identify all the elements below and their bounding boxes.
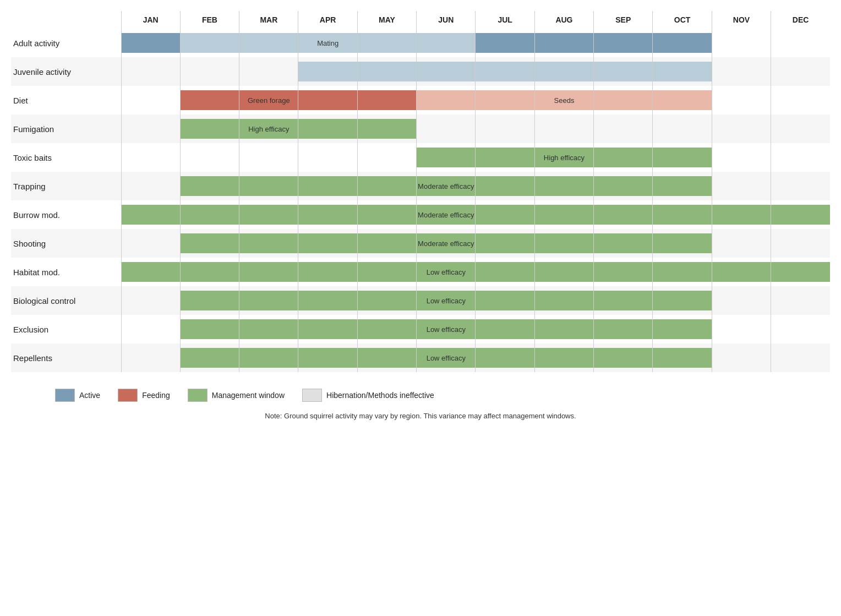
month-cell bbox=[121, 258, 180, 286]
header-may: MAY bbox=[357, 11, 416, 29]
row-label: Biological control bbox=[11, 286, 121, 315]
legend-label-active: Active bbox=[79, 391, 100, 400]
month-cell bbox=[239, 200, 298, 229]
month-cell bbox=[239, 57, 298, 86]
month-cell bbox=[298, 344, 357, 372]
month-cell bbox=[712, 286, 771, 315]
legend-label-hibernation: Hibernation/Methods ineffective bbox=[326, 391, 434, 400]
legend: Active Feeding Management window Hiberna… bbox=[11, 389, 830, 402]
month-cell bbox=[534, 229, 593, 258]
legend-swatch-active bbox=[55, 389, 75, 402]
month-cell bbox=[239, 258, 298, 286]
month-cell bbox=[476, 115, 534, 143]
row-label: Burrow mod. bbox=[11, 200, 121, 229]
month-cell bbox=[417, 115, 476, 143]
header-sep: SEP bbox=[594, 11, 653, 29]
month-cell bbox=[476, 344, 534, 372]
month-cell bbox=[298, 57, 357, 86]
month-cell bbox=[180, 200, 239, 229]
month-cell bbox=[357, 344, 416, 372]
month-cell bbox=[594, 57, 653, 86]
month-cell bbox=[594, 344, 653, 372]
month-cell bbox=[121, 315, 180, 344]
month-cell bbox=[476, 315, 534, 344]
month-cell bbox=[771, 286, 830, 315]
month-cell bbox=[476, 286, 534, 315]
month-cell bbox=[476, 29, 534, 57]
month-cell bbox=[121, 57, 180, 86]
month-cell bbox=[712, 57, 771, 86]
month-cell bbox=[239, 29, 298, 57]
month-cell bbox=[357, 315, 416, 344]
month-cell bbox=[417, 29, 476, 57]
month-cell bbox=[476, 143, 534, 172]
month-cell bbox=[653, 29, 712, 57]
row-label: Shooting bbox=[11, 229, 121, 258]
month-cell bbox=[771, 315, 830, 344]
month-cell bbox=[298, 115, 357, 143]
month-cell bbox=[534, 172, 593, 200]
month-cell bbox=[476, 172, 534, 200]
month-cell bbox=[771, 115, 830, 143]
month-cell bbox=[534, 57, 593, 86]
month-cell bbox=[594, 143, 653, 172]
month-cell bbox=[594, 315, 653, 344]
month-cell bbox=[239, 286, 298, 315]
row-label: Trapping bbox=[11, 172, 121, 200]
month-cell bbox=[594, 115, 653, 143]
note-text: Note: Ground squirrel activity may vary … bbox=[11, 412, 830, 420]
month-cell: High efficacy bbox=[239, 115, 298, 143]
legend-swatch-feeding bbox=[118, 389, 138, 402]
month-cell bbox=[357, 286, 416, 315]
month-cell bbox=[712, 200, 771, 229]
month-cell bbox=[476, 57, 534, 86]
month-cell bbox=[121, 143, 180, 172]
month-cell bbox=[239, 143, 298, 172]
month-cell bbox=[712, 344, 771, 372]
month-cell bbox=[180, 315, 239, 344]
month-cell bbox=[121, 200, 180, 229]
month-cell bbox=[357, 143, 416, 172]
month-cell bbox=[121, 344, 180, 372]
header-aug: AUG bbox=[534, 11, 593, 29]
month-cell: Moderate efficacy bbox=[417, 200, 476, 229]
month-cell: Green forage bbox=[239, 86, 298, 115]
header-mar: MAR bbox=[239, 11, 298, 29]
month-cell bbox=[180, 143, 239, 172]
month-cell bbox=[594, 258, 653, 286]
month-cell bbox=[417, 57, 476, 86]
month-cell bbox=[534, 115, 593, 143]
month-cell bbox=[653, 229, 712, 258]
row-label: Toxic baits bbox=[11, 143, 121, 172]
month-cell bbox=[594, 172, 653, 200]
month-cell bbox=[534, 29, 593, 57]
legend-active: Active bbox=[55, 389, 100, 402]
month-cell bbox=[712, 143, 771, 172]
activity-table: JAN FEB MAR APR MAY JUN JUL AUG SEP OCT … bbox=[11, 11, 830, 372]
header-nov: NOV bbox=[712, 11, 771, 29]
header-label-col bbox=[11, 11, 121, 29]
month-cell bbox=[771, 143, 830, 172]
month-cell: Low efficacy bbox=[417, 344, 476, 372]
row-label: Adult activity bbox=[11, 29, 121, 57]
month-cell bbox=[476, 258, 534, 286]
month-cell bbox=[180, 344, 239, 372]
month-cell bbox=[771, 57, 830, 86]
month-cell bbox=[121, 286, 180, 315]
header-dec: DEC bbox=[771, 11, 830, 29]
month-cell bbox=[298, 258, 357, 286]
month-cell bbox=[712, 258, 771, 286]
month-cell bbox=[534, 258, 593, 286]
month-cell bbox=[239, 229, 298, 258]
legend-swatch-management bbox=[188, 389, 207, 402]
month-cell bbox=[653, 143, 712, 172]
legend-label-feeding: Feeding bbox=[142, 391, 170, 400]
month-cell bbox=[180, 29, 239, 57]
month-cell bbox=[771, 29, 830, 57]
month-cell bbox=[653, 258, 712, 286]
month-cell: Low efficacy bbox=[417, 258, 476, 286]
month-cell bbox=[534, 315, 593, 344]
month-cell bbox=[180, 172, 239, 200]
chart-container: JAN FEB MAR APR MAY JUN JUL AUG SEP OCT … bbox=[11, 11, 830, 372]
month-cell bbox=[476, 86, 534, 115]
